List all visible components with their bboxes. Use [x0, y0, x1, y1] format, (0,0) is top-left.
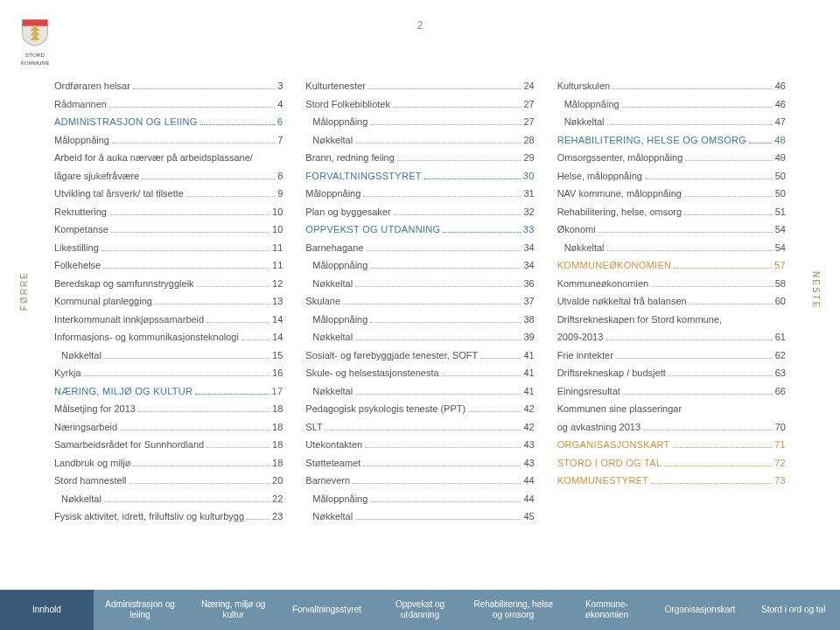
- toc-entry[interactable]: Nøkkeltal45: [305, 508, 534, 526]
- toc-entry[interactable]: Barnevern44: [305, 472, 534, 490]
- toc-page: 16: [272, 364, 283, 382]
- toc-dots: [206, 322, 270, 323]
- prev-page-label[interactable]: FØRRE: [19, 271, 29, 311]
- toc-entry[interactable]: ORGANISASJONSKART71: [557, 436, 786, 454]
- toc-entry[interactable]: Interkommunalt innkjøpssamarbeid14: [54, 311, 283, 329]
- nav-item[interactable]: Kommune- økonomien: [560, 590, 654, 630]
- toc-entry[interactable]: Beredskap og samfunnstryggleik12: [54, 275, 283, 293]
- toc-page: 72: [774, 454, 786, 472]
- nav-item[interactable]: Stord i ord og tal: [746, 590, 840, 630]
- toc-entry[interactable]: Måloppnåing44: [305, 490, 534, 508]
- toc-entry[interactable]: Nøkkeltal47: [557, 113, 786, 131]
- toc-entry[interactable]: Nøkkeltal15: [54, 346, 283, 365]
- toc-entry[interactable]: Fysisk aktivitet, idrett, friluftsliv og…: [54, 508, 283, 526]
- nav-item[interactable]: Innhold: [0, 590, 94, 630]
- toc-entry[interactable]: Skule- og helsestasjonstenesta41: [305, 364, 534, 382]
- toc-label: Einingsresultat: [557, 382, 620, 401]
- toc-entry[interactable]: Stord hamnestell20: [54, 472, 283, 490]
- toc-entry[interactable]: Landbruk og miljø18: [54, 454, 283, 472]
- toc-entry[interactable]: Måloppnåing31: [305, 185, 534, 203]
- toc-page: 43: [523, 454, 534, 472]
- toc-entry[interactable]: Plan og byggesaker32: [305, 203, 534, 221]
- toc-entry[interactable]: Kommuneøkonomien58: [557, 275, 786, 293]
- toc-entry[interactable]: Rekruttering10: [54, 203, 283, 221]
- toc-entry[interactable]: lågare sjukefråvære8: [54, 167, 283, 186]
- toc-entry[interactable]: Nøkkeltal39: [305, 328, 534, 346]
- toc-entry[interactable]: 2009-201361: [557, 328, 786, 346]
- toc-entry[interactable]: Økonomi54: [557, 220, 786, 239]
- toc-entry[interactable]: Informasjons- og kommunikasjonsteknologi…: [54, 328, 283, 346]
- toc-entry[interactable]: KOMMUNEØKONOMIEN57: [557, 256, 786, 275]
- toc-entry[interactable]: Brann, redning feiing29: [305, 149, 534, 167]
- toc-label: Kommunal planlegging: [54, 292, 152, 311]
- toc-dots: [370, 501, 521, 502]
- toc-entry[interactable]: NAV kommune, måloppnåing50: [557, 185, 786, 203]
- toc-entry[interactable]: Arbeid for å auka nærvær på arbeidsplass…: [54, 149, 283, 167]
- toc-entry[interactable]: Helse, måloppnåing50: [557, 167, 786, 186]
- toc-entry[interactable]: Utvikling tal årsverk/ tal tilsette9: [54, 185, 283, 203]
- toc-entry[interactable]: OPPVEKST OG UTDANNING33: [305, 220, 534, 239]
- toc-entry[interactable]: Kompetanse10: [54, 220, 283, 239]
- nav-item[interactable]: Rehabilitering, helse og omsorg: [466, 590, 560, 630]
- toc-entry[interactable]: Likestilling11: [54, 239, 283, 257]
- toc-entry[interactable]: NÆRING, MILJØ OG KULTUR17: [54, 382, 283, 401]
- toc-entry[interactable]: Utvalde nøkkeltal frå balansen60: [557, 292, 786, 311]
- toc-entry[interactable]: Driftsrekneskap / budsjett63: [557, 364, 786, 382]
- toc-entry[interactable]: Stord Folkebibliotek27: [305, 95, 534, 114]
- toc-entry[interactable]: Kommunen sine plasseringar: [557, 400, 786, 418]
- nav-item[interactable]: Administrasjon og leiing: [94, 590, 187, 630]
- toc-label: Fysisk aktivitet, idrett, friluftsliv og…: [54, 508, 244, 526]
- nav-item[interactable]: Næring, miljø og kultur: [186, 590, 280, 630]
- toc-entry[interactable]: Folkehelse11: [54, 256, 283, 275]
- toc-entry[interactable]: STORD I ORD OG TAL72: [557, 454, 786, 472]
- toc-entry[interactable]: Nøkkeltal41: [305, 382, 534, 401]
- toc-entry[interactable]: KOMMUNESTYRET73: [557, 472, 786, 490]
- toc-page: 10: [272, 220, 283, 239]
- toc-entry[interactable]: Nøkkeltal22: [54, 490, 283, 508]
- toc-entry[interactable]: Einingsresultat66: [557, 382, 786, 401]
- toc-entry[interactable]: Måloppnåing27: [305, 113, 534, 131]
- toc-entry[interactable]: Skulane37: [305, 292, 534, 311]
- toc-entry[interactable]: Kommunal planlegging13: [54, 292, 283, 311]
- toc-entry[interactable]: Kulturskulen46: [557, 77, 786, 95]
- toc-entry[interactable]: Nøkkeltal54: [557, 239, 786, 257]
- toc-entry[interactable]: Målsetjing for 201318: [54, 400, 283, 418]
- toc-entry[interactable]: Utekontakten43: [305, 436, 534, 454]
- toc-entry[interactable]: Måloppnåing38: [305, 311, 534, 329]
- toc-entry[interactable]: Omsorgssenter, måloppnåing49: [557, 149, 786, 167]
- toc-entry[interactable]: FORVALTNINGSSTYRET30: [305, 167, 534, 186]
- toc-label: Pedagogisk psykologis teneste (PPT): [305, 400, 466, 418]
- toc-entry[interactable]: ADMINISTRASJON OG LEIING6: [54, 113, 283, 131]
- toc-entry[interactable]: Ordføraren helsar3: [54, 77, 283, 95]
- toc-entry[interactable]: Sosialt- og førebyggjade tenester, SOFT4…: [305, 346, 534, 365]
- toc-page: 24: [523, 77, 534, 95]
- toc-entry[interactable]: Kulturtenester24: [305, 77, 534, 95]
- toc-entry[interactable]: Rådmannen4: [54, 95, 283, 114]
- toc-entry[interactable]: og avkastning 201370: [557, 418, 786, 437]
- toc-dots: [195, 394, 269, 395]
- toc-entry[interactable]: Måloppnåing46: [557, 95, 786, 114]
- toc-entry[interactable]: Nøkkeltal36: [305, 275, 534, 293]
- toc-entry[interactable]: SLT42: [305, 418, 534, 437]
- toc-page: 14: [272, 311, 283, 329]
- next-page-label[interactable]: NESTE: [811, 271, 821, 309]
- toc-label: Driftsrekneskap / budsjett: [557, 364, 666, 382]
- toc-entry[interactable]: Næringsarbeid18: [54, 418, 283, 437]
- toc-entry[interactable]: Barnehagane34: [305, 239, 534, 257]
- toc-entry[interactable]: Måloppnåing7: [54, 131, 283, 150]
- toc-label: Støtteteamet: [305, 454, 360, 472]
- toc-entry[interactable]: Frie inntekter62: [557, 346, 786, 365]
- toc-entry[interactable]: Samarbeidsrådet for Sunnhordland18: [54, 436, 283, 454]
- toc-entry[interactable]: Nøkkeltal28: [305, 131, 534, 150]
- toc-entry[interactable]: Driftsrekneskapen for Stord kommune,: [557, 311, 786, 329]
- toc-entry[interactable]: Pedagogisk psykologis teneste (PPT)42: [305, 400, 534, 418]
- nav-item[interactable]: Oppvekst og utdanning: [374, 590, 467, 630]
- toc-entry[interactable]: Måloppnåing34: [305, 256, 534, 275]
- nav-item[interactable]: Forvaltningsstyret: [280, 590, 374, 630]
- toc-entry[interactable]: Kyrkja16: [54, 364, 283, 382]
- toc-entry[interactable]: Rehabilitering, helse, omsorg51: [557, 203, 786, 221]
- toc-label: Rehabilitering, helse, omsorg: [557, 203, 682, 221]
- toc-entry[interactable]: REHABILITERING, HELSE OG OMSORG48: [557, 131, 786, 150]
- nav-item[interactable]: Organisasjonskart: [654, 590, 747, 630]
- toc-entry[interactable]: Støtteteamet43: [305, 454, 534, 472]
